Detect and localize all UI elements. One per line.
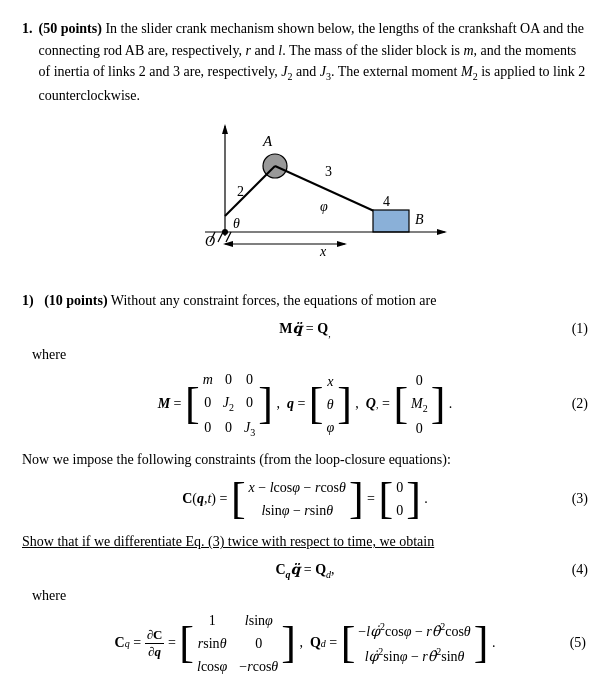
cq-23: −rcosθ	[239, 656, 278, 677]
matrix-Q: 0 M2 0	[408, 370, 431, 439]
m33: J3	[244, 417, 255, 440]
svg-text:B: B	[415, 212, 424, 227]
bracket-right-Q: ]	[431, 384, 446, 424]
matrix-Cq: 1 lsinφ rsinθ 0 lcosφ −rcosθ	[194, 610, 281, 677]
bracket-left-M: [	[185, 384, 200, 424]
m32: 0	[223, 417, 234, 440]
svg-line-16	[218, 232, 223, 242]
svg-point-20	[222, 229, 228, 235]
q2: θ	[326, 394, 334, 415]
subpart-1: 1) (10 points) Without any constraint fo…	[22, 290, 588, 676]
eq-number-2: (2)	[572, 396, 588, 412]
matrix-M-def: M = [ m 0 0 0 J2 0 0 0 J3 ] , q = [ x θ …	[158, 369, 453, 440]
partial-fraction: ∂C ∂q	[145, 627, 165, 660]
partial-den: ∂q	[146, 644, 163, 660]
equation-1: Mq̈ = Q,	[279, 320, 330, 339]
cq-11: 1	[197, 610, 227, 631]
where-label-1: where	[32, 347, 588, 363]
eq-number-3: (3)	[572, 491, 588, 507]
Qd-1: −lφ̇2cosφ − rθ̇2cosθ	[358, 619, 470, 642]
cq-13: rsinθ	[197, 633, 227, 654]
svg-text:3: 3	[325, 164, 332, 179]
q1: x	[326, 371, 334, 392]
constraint-text: Now we impose the following constraints …	[22, 449, 588, 471]
bracket-right-Cq: ]	[281, 623, 296, 663]
subpart-header: 1) (10 points) Without any constraint fo…	[22, 290, 588, 312]
m21: 0	[203, 392, 213, 415]
mechanism-diagram: A 2 θ 3 φ 4 B	[145, 116, 465, 276]
C-row2: lsinφ − rsinθ	[249, 500, 346, 521]
svg-text:2: 2	[237, 184, 244, 199]
underline-instruction: Show that if we differentiate Eq. (3) tw…	[22, 531, 588, 553]
Q3: 0	[411, 418, 428, 439]
diagram-container: A 2 θ 3 φ 4 B	[22, 116, 588, 276]
zero-2: 0	[396, 500, 403, 521]
zero-1: 0	[396, 477, 403, 498]
equation-4-line: Cqq̈ = Qd, (4)	[22, 561, 588, 580]
cq-21: 0	[239, 633, 278, 654]
bracket-left-Q: [	[393, 384, 408, 424]
problem-text: (50 points) In the slider crank mechanis…	[39, 18, 589, 106]
m13: 0	[244, 369, 255, 390]
bracket-left-Cq: [	[179, 623, 194, 663]
svg-rect-11	[373, 210, 409, 232]
partial-num: ∂C	[145, 627, 165, 644]
matrix-q: x θ φ	[323, 371, 337, 438]
svg-text:φ: φ	[320, 199, 328, 214]
where-label-2: where	[32, 588, 588, 604]
svg-text:A: A	[262, 133, 273, 149]
equation-4: Cqq̈ = Qd,	[275, 561, 334, 580]
bracket-right-Qd: ]	[474, 623, 489, 663]
bracket-right-M: ]	[258, 384, 273, 424]
bracket-left-Qd: [	[341, 623, 356, 663]
m23: 0	[244, 392, 255, 415]
bracket-right-zero: ]	[406, 479, 421, 519]
m11: m	[203, 369, 213, 390]
svg-text:θ: θ	[233, 216, 240, 231]
cq-12: lsinφ	[239, 610, 278, 631]
svg-marker-22	[337, 241, 347, 247]
svg-text:x: x	[319, 244, 327, 259]
bracket-right-q: ]	[337, 384, 352, 424]
svg-line-4	[225, 166, 275, 216]
bracket-left-q: [	[309, 384, 324, 424]
m22: J2	[223, 392, 234, 415]
m12: 0	[223, 369, 234, 390]
equation-5: Cq = ∂C ∂q = [ 1 lsinφ rsinθ 0 lcosφ −rc…	[22, 610, 588, 677]
problem-number: 1.	[22, 18, 33, 106]
C-row1: x − lcosφ − rcosθ	[249, 477, 346, 498]
q3: φ	[326, 417, 334, 438]
bracket-left-zero: [	[379, 479, 394, 519]
bracket-left-C: [	[231, 479, 246, 519]
equation-3: C(q,t) = [ x − lcosφ − rcosθ lsinφ − rsi…	[22, 477, 588, 521]
matrix-Qd: −lφ̇2cosφ − rθ̇2cosθ lφ̇2sinφ − rθ̇2sinθ	[355, 619, 473, 666]
equation-1-line: Mq̈ = Q, (1)	[22, 320, 588, 339]
eq-number-5: (5)	[570, 635, 586, 651]
cq-22: lcosφ	[197, 656, 227, 677]
eq3-content: C(q,t) = [ x − lcosφ − rcosθ lsinφ − rsi…	[182, 477, 428, 521]
subpart-points: (10 points)	[44, 293, 107, 308]
svg-text:O: O	[205, 234, 215, 249]
matrix-M: m 0 0 0 J2 0 0 0 J3	[200, 369, 259, 440]
points-label: (50 points)	[39, 21, 102, 36]
svg-marker-1	[222, 124, 228, 134]
eq-number-4: (4)	[572, 562, 588, 578]
svg-marker-14	[437, 229, 447, 235]
equation-2-matrix: M = [ m 0 0 0 J2 0 0 0 J3 ] , q = [ x θ …	[22, 369, 588, 440]
bracket-right-C: ]	[349, 479, 364, 519]
svg-text:4: 4	[383, 194, 390, 209]
Q2: M2	[411, 393, 428, 416]
problem-header: 1. (50 points) In the slider crank mecha…	[22, 18, 588, 106]
eq-number-1: (1)	[572, 321, 588, 337]
Qd-2: lφ̇2sinφ − rθ̇2sinθ	[358, 644, 470, 667]
subpart-label: 1)	[22, 293, 41, 308]
matrix-zero: 0 0	[393, 477, 406, 521]
matrix-C-content: x − lcosφ − rcosθ lsinφ − rsinθ	[246, 477, 349, 521]
Q1: 0	[411, 370, 428, 391]
eq5-content: Cq = ∂C ∂q = [ 1 lsinφ rsinθ 0 lcosφ −rc…	[115, 610, 496, 677]
svg-marker-23	[223, 241, 233, 247]
m31: 0	[203, 417, 213, 440]
